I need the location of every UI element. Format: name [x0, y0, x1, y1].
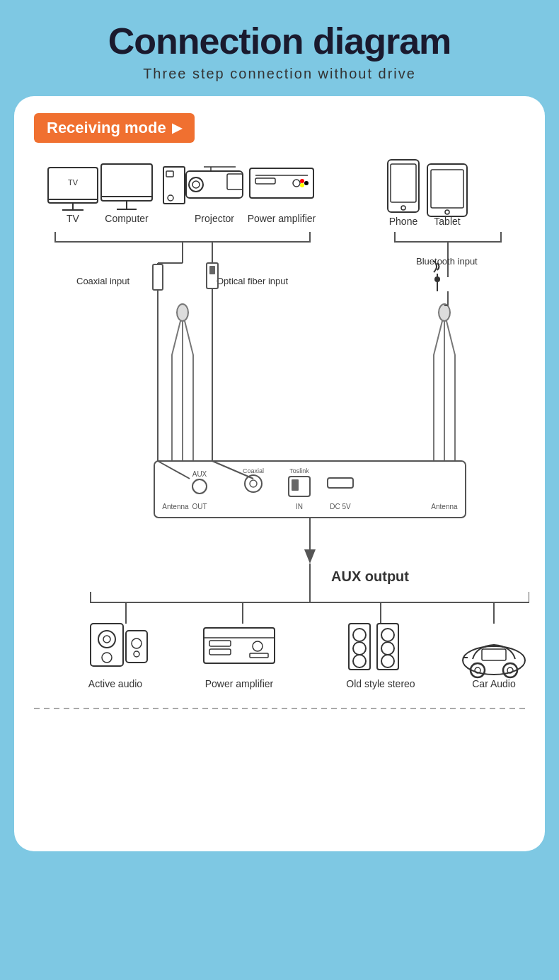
svg-rect-75 [126, 631, 147, 663]
svg-rect-40 [209, 266, 215, 274]
in-label: IN [296, 503, 303, 511]
aux-output-label: AUX output [331, 568, 409, 584]
svg-point-90 [381, 642, 394, 655]
svg-point-27 [401, 206, 405, 210]
svg-rect-15 [227, 174, 243, 189]
svg-point-74 [102, 653, 112, 663]
antenna-right-label: Antenna [431, 503, 458, 511]
svg-point-11 [168, 195, 173, 201]
projector-label: Projector [195, 213, 234, 224]
toslink-label: Toslink [289, 467, 309, 474]
svg-rect-88 [377, 624, 398, 670]
page-header: Connection diagram Three step connection… [14, 21, 545, 82]
coaxial-port-label: Coaxial [243, 467, 264, 474]
antenna-left-label: Antenna [162, 503, 189, 511]
svg-point-45 [177, 304, 188, 321]
svg-point-85 [353, 629, 366, 641]
power-amplifier-output-label: Power amplifier [205, 678, 274, 689]
svg-rect-26 [391, 164, 416, 202]
svg-rect-10 [166, 171, 173, 177]
bluetooth-input-label: Bluetooth input [416, 256, 478, 267]
svg-rect-35 [153, 264, 163, 290]
out-label: OUT [192, 503, 207, 511]
old-style-stereo-label: Old style stereo [346, 678, 415, 689]
mode-badge: Receiving mode [34, 113, 195, 143]
tv-label: TV [67, 213, 80, 224]
svg-rect-97 [482, 649, 506, 660]
svg-point-77 [134, 651, 139, 657]
svg-rect-12 [186, 171, 243, 198]
sub-title: Three step connection without drive [14, 66, 545, 82]
svg-rect-81 [209, 649, 231, 655]
tablet-label: Tablet [434, 216, 460, 227]
dc-label: DC 5V [330, 503, 351, 511]
svg-point-47 [439, 304, 450, 321]
computer-label: Computer [105, 213, 149, 224]
svg-rect-28 [427, 164, 467, 216]
connection-diagram: TV TV Computer [34, 157, 525, 829]
main-title: Connection diagram [14, 21, 545, 62]
svg-point-89 [381, 629, 394, 641]
svg-point-87 [353, 655, 366, 667]
power-amplifier-left-label: Power amplifier [248, 213, 316, 224]
svg-rect-84 [349, 624, 370, 670]
svg-point-76 [132, 638, 142, 648]
svg-rect-5 [101, 164, 152, 201]
active-audio-label: Active audio [88, 678, 142, 689]
svg-point-22 [300, 179, 304, 183]
svg-rect-25 [388, 160, 419, 212]
svg-point-73 [103, 636, 110, 643]
svg-rect-83 [250, 653, 268, 658]
svg-point-13 [189, 177, 203, 192]
svg-point-82 [253, 641, 263, 651]
svg-rect-80 [209, 641, 231, 646]
svg-point-24 [304, 181, 309, 185]
content-card: Receiving mode TV TV [14, 96, 545, 851]
svg-point-91 [381, 655, 394, 667]
phone-label: Phone [389, 216, 418, 227]
optical-input-label: Optical fiber input [217, 276, 289, 286]
svg-rect-18 [250, 168, 313, 198]
svg-point-30 [445, 210, 449, 214]
coaxial-input-label: Coaxial input [76, 276, 130, 286]
svg-text:TV: TV [68, 178, 79, 187]
svg-rect-29 [431, 170, 463, 208]
svg-point-86 [353, 642, 366, 655]
svg-marker-64 [304, 549, 316, 564]
aux-port-label: AUX [192, 470, 207, 478]
svg-rect-20 [255, 178, 275, 184]
svg-rect-55 [292, 479, 299, 491]
svg-point-14 [192, 181, 200, 188]
svg-point-21 [293, 180, 300, 187]
car-audio-label: Car Audio [472, 678, 516, 689]
svg-point-72 [98, 631, 115, 648]
svg-point-23 [300, 183, 304, 187]
